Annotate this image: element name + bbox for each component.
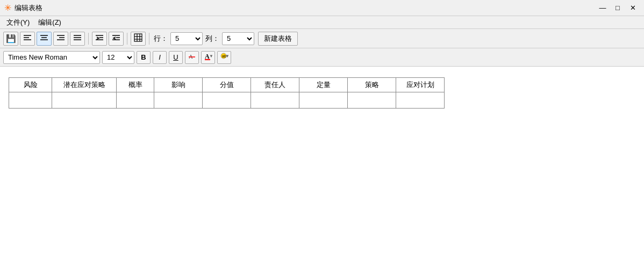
cell-quantify[interactable] (299, 92, 348, 109)
svg-text:A: A (189, 53, 193, 60)
data-table: 风险 潜在应对策略 概率 影响 分值 责任人 定量 (9, 77, 445, 109)
cell-tactic[interactable] (348, 92, 396, 109)
outdent-button[interactable] (109, 32, 124, 46)
svg-rect-26 (205, 59, 210, 60)
toolbar2: Times New Roman Arial SimSun Microsoft Y… (0, 48, 644, 67)
app-icon: ✳ (4, 3, 11, 13)
cell-plan[interactable] (396, 92, 445, 109)
col-tactic: 策略 (348, 78, 396, 92)
col-strategy: 潜在应对策略 (52, 78, 117, 92)
maximize-button[interactable]: □ (611, 3, 625, 13)
menu-file[interactable]: 文件(Y) (2, 17, 34, 28)
col-probability: 概率 (117, 78, 154, 92)
col-owner: 责任人 (251, 78, 299, 92)
font-size-select[interactable]: 12 891011 14161820 242836 (102, 51, 134, 64)
align-right-button[interactable] (53, 32, 68, 46)
title-bar-left: ✳ 编辑表格 (4, 3, 42, 13)
cell-probability[interactable] (117, 92, 154, 109)
cell-risk[interactable] (9, 92, 52, 109)
strikethrough-icon: A (188, 53, 196, 62)
text-color-icon: A ▼ (204, 52, 212, 62)
cell-score[interactable] (203, 92, 251, 109)
justify-button[interactable] (70, 32, 85, 46)
strikethrough-button[interactable]: A (185, 51, 199, 64)
italic-button[interactable]: I (153, 51, 167, 64)
col-select[interactable]: 5 1234 678910 (222, 32, 254, 45)
underline-button[interactable]: U (169, 51, 183, 64)
col-impact: 影响 (154, 78, 203, 92)
align-center-icon (40, 34, 48, 42)
align-center-button[interactable] (37, 32, 52, 46)
separator1 (88, 33, 89, 45)
menu-bar: 文件(Y) 编辑(Z) (0, 16, 644, 29)
save-button[interactable]: 💾 (3, 32, 18, 46)
align-right-icon (57, 34, 65, 42)
table-row[interactable] (9, 92, 445, 109)
title-controls: — □ ✕ (596, 3, 640, 13)
menu-edit[interactable]: 编辑(Z) (34, 17, 66, 28)
cell-strategy[interactable] (52, 92, 117, 109)
col-score: 分值 (203, 78, 251, 92)
svg-text:▼: ▼ (209, 54, 212, 59)
bold-button[interactable]: B (137, 51, 151, 64)
new-table-button[interactable]: 新建表格 (258, 32, 298, 46)
indent-icon (96, 34, 103, 42)
content-area: 风险 潜在应对策略 概率 影响 分值 责任人 定量 (0, 67, 644, 274)
minimize-button[interactable]: — (596, 3, 610, 13)
justify-icon (74, 34, 81, 42)
highlight-color-icon: ab ▼ (220, 52, 228, 62)
svg-rect-18 (134, 34, 142, 41)
font-select[interactable]: Times New Roman Arial SimSun Microsoft Y… (3, 51, 100, 64)
svg-text:▼: ▼ (225, 54, 228, 59)
cell-owner[interactable] (251, 92, 299, 109)
title-text: 编辑表格 (15, 3, 42, 13)
col-risk: 风险 (9, 78, 52, 92)
align-left-icon (24, 34, 31, 42)
title-bar: ✳ 编辑表格 — □ ✕ (0, 0, 644, 16)
indent-button[interactable] (92, 32, 107, 46)
col-plan: 应对计划 (396, 78, 445, 92)
text-color-button[interactable]: A ▼ (201, 51, 215, 64)
row-select[interactable]: 5 1234 678910 (170, 32, 203, 45)
highlight-color-button[interactable]: ab ▼ (217, 51, 231, 64)
separator2 (127, 33, 127, 45)
table-format-icon (134, 33, 142, 44)
row-label: 行： (154, 34, 168, 44)
table-format-button[interactable] (131, 32, 146, 46)
close-button[interactable]: ✕ (626, 3, 640, 13)
align-left-button[interactable] (20, 32, 35, 46)
save-icon: 💾 (6, 34, 16, 44)
outdent-icon (112, 34, 120, 42)
cell-impact[interactable] (154, 92, 203, 109)
toolbar1: 💾 行： 5 1234 (0, 29, 644, 48)
col-label: 列： (205, 34, 219, 44)
table-header-row: 风险 潜在应对策略 概率 影响 分值 责任人 定量 (9, 78, 445, 92)
separator3 (149, 33, 149, 45)
col-quantify: 定量 (299, 78, 348, 92)
